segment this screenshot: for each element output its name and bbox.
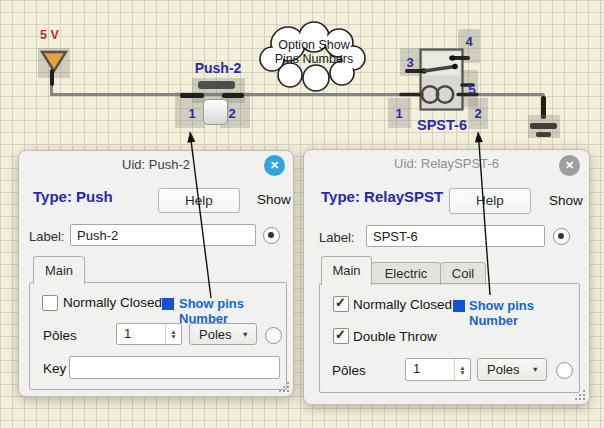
tab-coil[interactable]: Coil: [440, 262, 486, 285]
tab-main[interactable]: Main: [33, 256, 85, 284]
normally-closed-label: Normally Closed: [353, 297, 452, 312]
show-pins-checkbox[interactable]: [453, 300, 465, 312]
relay-properties-dialog: Uid: RelaySPST-6 ✕ Type: RelaySPST Help …: [303, 149, 590, 405]
main-tab-pane: ✓ Normally Closed Show pins Number Pôles…: [29, 282, 287, 390]
double-throw-label: Double Throw: [353, 329, 437, 344]
poles-spinbox[interactable]: 1 ▲▼: [116, 323, 182, 345]
push-button-actuator: [198, 81, 235, 89]
dropdown-arrow-icon: ▼: [242, 330, 249, 339]
help-button[interactable]: Help: [158, 188, 240, 213]
show-column-header: Show: [549, 193, 583, 208]
push-pin-2[interactable]: [222, 93, 244, 98]
relay-pin-5-number: 5: [468, 82, 475, 97]
poles-caption: Pôles: [43, 328, 77, 343]
normally-closed-label: Normally Closed: [63, 295, 162, 310]
poles-unit-value: Poles: [199, 327, 232, 342]
double-throw-checkbox[interactable]: ✓: [333, 328, 349, 344]
poles-show-radio[interactable]: [265, 327, 282, 344]
relay-pin-3-number: 3: [406, 55, 413, 70]
type-label: Type: Push: [33, 188, 113, 205]
tab-electric[interactable]: Electric: [371, 262, 441, 285]
push-properties-dialog: Uid: Push-2 ✕ Type: Push Help Show Label…: [18, 150, 294, 397]
poles-unit-dropdown[interactable]: Poles ▼: [189, 323, 257, 345]
push-button-key[interactable]: [203, 99, 228, 125]
poles-value: 1: [413, 361, 420, 376]
voltage-source-label: 5 V: [40, 28, 59, 42]
normally-closed-checkbox[interactable]: ✓: [333, 296, 349, 312]
relay-label: SPST-6: [392, 117, 492, 133]
cloud-text-line2: Pins Numbers: [275, 52, 354, 66]
push-pin-1-number: 1: [188, 106, 195, 121]
show-pins-checkbox[interactable]: [162, 298, 174, 310]
help-button[interactable]: Help: [449, 188, 531, 214]
show-pins-label: Show pins Number: [469, 298, 579, 328]
label-input[interactable]: [70, 224, 256, 246]
spin-down-icon[interactable]: ▼: [170, 334, 176, 339]
poles-show-radio[interactable]: [556, 362, 573, 379]
push-pin-1[interactable]: [180, 93, 204, 98]
close-button[interactable]: ✕: [559, 155, 580, 176]
show-pins-label: Show pins Number: [179, 296, 286, 326]
voltage-source-pin[interactable]: [50, 69, 54, 86]
close-button[interactable]: ✕: [264, 155, 285, 176]
voltage-triangle-icon: [40, 50, 68, 73]
relay-pin-4-number: 4: [465, 34, 472, 49]
poles-unit-dropdown[interactable]: Poles ▼: [477, 358, 547, 381]
type-label: Type: RelaySPST: [321, 188, 443, 205]
ground-bar-wide: [530, 123, 557, 129]
main-tab-pane: ✓ Normally Closed Show pins Number ✓ Dou…: [319, 283, 580, 393]
push-pin-2-number: 2: [228, 106, 235, 121]
normally-closed-checkbox[interactable]: ✓: [42, 295, 58, 311]
cloud-callout: Option Show Pins Numbers: [256, 12, 372, 98]
dropdown-arrow-icon: ▼: [532, 365, 539, 374]
dialog-title: Uid: Push-2: [19, 157, 293, 172]
poles-spinbox[interactable]: 1 ▲▼: [405, 358, 471, 381]
relay-component[interactable]: 3 4 5 1 2 SPST-6: [388, 26, 488, 136]
poles-caption: Pôles: [332, 363, 366, 378]
show-column-header: Show: [257, 192, 291, 207]
tab-main[interactable]: Main: [321, 256, 372, 285]
push-button-label: Push-2: [180, 60, 256, 76]
label-show-radio[interactable]: [553, 228, 570, 245]
label-show-radio[interactable]: [263, 227, 280, 244]
label-caption: Label:: [29, 229, 64, 244]
ground-component[interactable]: [524, 94, 564, 146]
spin-down-icon[interactable]: ▼: [459, 370, 465, 375]
label-input[interactable]: [366, 225, 545, 247]
key-caption: Key: [43, 361, 66, 376]
simulide-canvas: 5 V Push-2 1 2: [0, 0, 604, 428]
cloud-text-line1: Option Show: [278, 38, 351, 52]
label-caption: Label:: [319, 230, 354, 245]
poles-value: 1: [124, 326, 131, 341]
ground-bar-narrow: [536, 132, 551, 137]
push-button-component[interactable]: Push-2 1 2: [172, 62, 252, 128]
voltage-source[interactable]: 5 V: [36, 28, 72, 90]
poles-unit-value: Poles: [487, 362, 520, 377]
dialog-title: Uid: RelaySPST-6: [304, 156, 589, 171]
key-input[interactable]: [69, 356, 280, 379]
